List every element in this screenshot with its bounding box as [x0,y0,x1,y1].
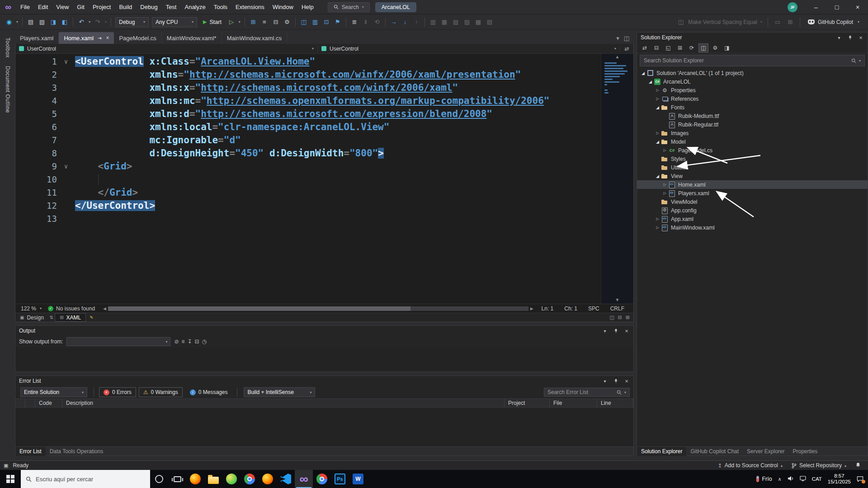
comment-icon[interactable]: ▥ [310,17,321,28]
file-explorer-icon[interactable] [204,470,222,488]
code-line-2[interactable]: 2 xmlns="http://schemas.microsoft.com/wi… [15,68,633,81]
column-header-project[interactable]: Project [505,399,550,407]
collapse-icon[interactable]: ◢ [654,140,661,144]
column-header-code[interactable]: Code [35,399,62,407]
swap-views-icon[interactable]: ⇅ [48,315,55,320]
expand-icon[interactable]: ▷ [661,148,668,152]
tree-item-properties[interactable]: ▷Properties [637,86,868,94]
collapse-icon[interactable]: ◢ [647,80,654,84]
expand-icon[interactable]: ▷ [654,97,661,101]
tree-item-mainwindow-xaml[interactable]: ▷MainWindow.xaml [637,223,868,232]
tab-pagemodel-cs[interactable]: PageModel.cs [114,32,161,44]
scroll-right-icon[interactable]: ▶ [530,306,533,311]
horizontal-scrollbar[interactable]: ◀ ▶ [103,306,533,311]
error-search-box[interactable]: Search Error List ▾ [544,388,630,397]
tab-list-chevron-icon[interactable]: ▾ [616,35,619,42]
firefox-icon[interactable] [186,470,204,488]
new-file-icon[interactable]: ▤ [25,17,36,28]
close-button[interactable]: × [847,0,868,14]
notifications-bell-icon[interactable] [855,462,861,469]
menu-test[interactable]: Test [162,0,181,14]
collapse-icon[interactable]: ⊟ [270,17,281,28]
breadcrumb-left-dropdown[interactable]: UserControl ▾ [15,46,317,52]
start-button[interactable] [0,470,21,488]
taskbar-search[interactable]: Escriu aquí per cercar [21,470,150,488]
tree-item-home-xaml[interactable]: ▷Home.xaml [637,180,868,189]
hidden-icons-chevron[interactable]: ∧ [778,476,782,482]
chevron-down-icon[interactable]: ▾ [759,20,764,24]
side-tab-document-outline[interactable]: Document Outline [5,66,11,113]
xaml-tab[interactable]: ⊞ XAML [55,313,86,322]
autoscroll-icon[interactable]: ↧ [187,338,192,345]
preview-selected-icon[interactable]: ◫ [698,43,708,52]
close-icon[interactable]: × [623,328,630,334]
visual-studio-icon[interactable] [295,470,313,488]
expand-icon[interactable]: ▷ [654,131,661,135]
expand-icon[interactable]: ▷ [661,191,668,195]
error-list-body[interactable] [15,408,633,446]
menu-build[interactable]: Build [115,0,136,14]
code-line-8[interactable]: 8 d:DesignHeight="450" d:DesignWidth="80… [15,147,633,160]
code-line-11[interactable]: 11 </Grid> [15,186,633,199]
code-editor[interactable]: 1∨<UserControl x:Class="ArcaneLOL.View.H… [15,54,633,304]
volume-icon[interactable] [788,476,794,483]
column-header-icon[interactable] [25,399,35,407]
panel-tab-server-explorer[interactable]: Server Explorer [743,447,788,456]
uncomment-icon[interactable]: ⊡ [321,17,332,28]
collapse-messages-icon[interactable]: ⊟ [195,338,199,345]
messages-filter-button[interactable]: i 0 Messages [185,387,232,397]
menu-file[interactable]: File [16,0,34,14]
options-icon[interactable]: ⚙ [282,17,292,28]
save-icon[interactable]: ◨ [48,17,59,28]
tree-item-utilities[interactable]: Utilities [637,163,868,172]
tab-players-xaml[interactable]: Players.xaml [15,32,59,44]
github-copilot-button[interactable]: GitHub Copilot ▾ [804,17,864,28]
window-menu-icon[interactable]: ▾ [602,379,608,384]
task-view-icon[interactable] [168,470,186,488]
panel-tab-error-list[interactable]: Error List [15,447,46,456]
split-swap-icon[interactable]: ⇄ [620,46,633,52]
open-file-icon[interactable]: ▧ [37,17,47,28]
select-repository-button[interactable]: Select Repository ▴ [792,462,846,469]
vertical-spacing-icon[interactable]: ◫ [675,17,686,28]
sync-active-document-icon[interactable]: ◨ [722,43,732,52]
tab-mainwindow-xaml[interactable]: MainWindow.xaml* [162,32,222,44]
column-header-line[interactable]: Line [597,399,633,407]
start-debug-button[interactable]: ▶Start [199,17,226,28]
panel-tab-solution-explorer[interactable]: Solution Explorer [637,447,686,456]
tree-item-view[interactable]: ◢View [637,172,868,180]
navigate-forward-icon[interactable]: → [388,17,399,28]
zoom-select[interactable]: 122 % ▾ [18,305,44,312]
scroll-up-icon[interactable]: ▲ [601,54,633,59]
grid-icon[interactable]: ⊞ [785,17,796,28]
add-to-source-control-button[interactable]: ↥ Add to Source Control ▴ [718,462,783,469]
account-avatar[interactable]: JF [788,2,797,12]
window-menu-icon[interactable]: ▾ [836,35,842,40]
menu-edit[interactable]: Edit [34,0,52,14]
panel-tab-github-copilot-chat[interactable]: GitHub Copilot Chat [686,447,743,456]
close-icon[interactable]: × [858,34,864,41]
word-icon[interactable] [349,470,367,488]
document-health[interactable]: ✓ No issues found [48,305,95,312]
expand-icon[interactable]: ▷ [654,217,661,221]
align-icon[interactable]: ▩ [473,17,484,28]
keep-open-icon[interactable]: ⇥ [97,35,101,41]
float-window-icon[interactable]: ◫ [624,35,629,42]
weather-widget[interactable]: Frío [756,476,772,482]
find-in-files-icon[interactable]: ◫ [298,17,309,28]
code-line-1[interactable]: 1∨<UserControl x:Class="ArcaneLOL.View.H… [15,55,633,68]
menu-tools[interactable]: Tools [210,0,231,14]
menu-window[interactable]: Window [269,0,297,14]
network-icon[interactable] [800,476,806,483]
undo-icon[interactable]: ↶ [76,17,87,28]
expand-icon[interactable]: ▷ [654,225,661,230]
scrollbar-thumb[interactable] [108,306,410,311]
dropdown-chevron-icon[interactable]: ▾ [237,20,242,24]
solution-platform-select[interactable]: Any CPU▾ [152,17,197,27]
expand-icon[interactable]: ▷ [654,88,661,92]
line-operations-icon[interactable]: ≣ [349,17,360,28]
menu-debug[interactable]: Debug [136,0,161,14]
window-menu-icon[interactable]: ▾ [602,328,608,333]
tab-home-xaml[interactable]: Home.xaml⇥× [59,32,114,44]
step-out-icon[interactable]: ↑ [411,17,422,28]
